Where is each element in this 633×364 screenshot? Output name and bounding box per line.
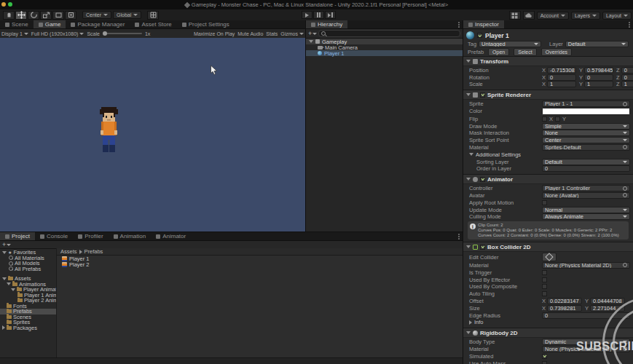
is-trigger-checkbox[interactable] xyxy=(542,270,547,275)
tab-inspector[interactable]: Inspector xyxy=(463,20,504,28)
scale-x-field[interactable]: 1 xyxy=(547,81,576,87)
object-picker-icon[interactable] xyxy=(623,193,627,197)
services-grid-icon[interactable] xyxy=(509,11,521,20)
tab-scene[interactable]: Scene xyxy=(0,20,34,28)
breadcrumb-assets[interactable]: Assets xyxy=(60,248,77,255)
rigidbody-material-field[interactable]: None (Physics Material 2D) xyxy=(542,346,630,352)
cloud-collab-icon[interactable] xyxy=(523,11,535,20)
sprite-sort-point-dropdown[interactable]: Center xyxy=(542,137,630,143)
hand-tool-icon[interactable] xyxy=(3,11,15,20)
foldout-icon[interactable] xyxy=(466,178,471,181)
simulated-checkbox[interactable] xyxy=(542,354,547,359)
move-tool-icon[interactable] xyxy=(15,11,27,20)
foldout-right-icon[interactable] xyxy=(469,320,472,325)
scale-slider-knob[interactable] xyxy=(103,31,107,36)
sorting-layer-dropdown[interactable]: Default xyxy=(542,159,630,165)
layer-dropdown[interactable]: Default xyxy=(565,41,629,47)
rotate-tool-icon[interactable] xyxy=(28,11,39,20)
hierarchy-item-player-1[interactable]: Player 1 xyxy=(306,50,463,56)
flip-x-checkbox[interactable] xyxy=(542,116,547,122)
rect-tool-icon[interactable] xyxy=(52,11,64,20)
asset-item-player-2[interactable]: Player 2 xyxy=(57,261,463,267)
resolution-dropdown[interactable]: Full HD (1920x1080) xyxy=(31,31,84,36)
size-x-field[interactable]: 0.7398281 xyxy=(547,305,582,312)
tab-project[interactable]: Project xyxy=(0,232,35,240)
material-object-field[interactable]: Sprites-Default xyxy=(542,144,630,151)
tab-console[interactable]: Console xyxy=(35,232,73,240)
additional-settings-foldout[interactable]: Additional Settings xyxy=(463,151,633,158)
scale-slider[interactable] xyxy=(103,33,142,34)
apply-root-motion-checkbox[interactable] xyxy=(542,200,547,205)
asset-item-player-1[interactable]: Player 1 xyxy=(57,256,463,261)
panel-menu-icon[interactable] xyxy=(458,236,460,237)
sprite-renderer-component-header[interactable]: Sprite Renderer xyxy=(463,90,633,100)
maximize-on-play-toggle[interactable]: Maximize On Play xyxy=(194,31,235,36)
tab-animation[interactable]: Animation xyxy=(109,232,152,240)
object-picker-icon[interactable] xyxy=(623,263,627,267)
foldout-icon[interactable] xyxy=(466,93,471,96)
scale-z-field[interactable]: 1 xyxy=(621,81,633,87)
rotation-z-field[interactable]: 0 xyxy=(621,74,633,81)
gizmos-dropdown[interactable]: Gizmos xyxy=(280,31,304,36)
gameobject-name[interactable]: Player 1 xyxy=(485,32,509,39)
pause-button[interactable] xyxy=(313,11,324,19)
scale-y-field[interactable]: 1 xyxy=(584,81,613,87)
component-enabled-checkbox[interactable] xyxy=(480,245,485,250)
edit-collider-button[interactable] xyxy=(542,253,557,261)
hierarchy-search-input[interactable] xyxy=(318,30,460,37)
used-by-effector-checkbox[interactable] xyxy=(542,277,547,282)
zoom-window-dot[interactable] xyxy=(8,2,12,7)
favorite-all-prefabs[interactable]: All Prefabs xyxy=(0,266,56,272)
component-enabled-checkbox[interactable] xyxy=(480,92,485,98)
account-button[interactable]: Account xyxy=(537,12,569,20)
tab-project-settings[interactable]: Project Settings xyxy=(177,20,235,28)
edge-radius-field[interactable]: 0 xyxy=(542,312,630,319)
prefab-overrides-button[interactable]: Overrides xyxy=(541,48,572,56)
breadcrumb-prefabs[interactable]: Prefabs xyxy=(84,248,103,255)
used-by-composite-checkbox[interactable] xyxy=(542,284,547,289)
culling-mode-dropdown[interactable]: Always Animate xyxy=(542,213,630,220)
box-collider-component-header[interactable]: Box Collider 2D xyxy=(463,242,633,252)
tab-asset-store[interactable]: Asset Store xyxy=(130,20,176,28)
body-type-dropdown[interactable]: Dynamic xyxy=(542,339,630,345)
tab-hierarchy[interactable]: Hierarchy xyxy=(306,20,347,28)
object-picker-icon[interactable] xyxy=(623,186,627,191)
orientation-toggle-button[interactable]: Global xyxy=(113,11,141,19)
controller-object-field[interactable]: Player 1 Controller xyxy=(542,185,630,191)
tab-game[interactable]: Game xyxy=(34,20,66,28)
layout-button[interactable]: Layout xyxy=(602,12,632,20)
foldout-icon[interactable] xyxy=(309,40,313,43)
sprite-object-field[interactable]: Player 1 - 1 xyxy=(542,100,630,107)
order-in-layer-field[interactable]: 0 xyxy=(542,165,630,172)
panel-menu-icon[interactable] xyxy=(629,24,630,25)
rotation-x-field[interactable]: 0 xyxy=(547,74,576,81)
collider-info-foldout[interactable]: Info xyxy=(463,319,633,325)
size-y-field[interactable]: 2.271044 xyxy=(590,305,625,312)
auto-tiling-checkbox[interactable] xyxy=(542,291,547,296)
offset-x-field[interactable]: 0.02283147 xyxy=(547,298,582,304)
prefab-select-button[interactable]: Select xyxy=(514,48,536,56)
step-button[interactable] xyxy=(325,11,336,19)
create-asset-button[interactable]: + xyxy=(2,241,11,248)
animator-component-header[interactable]: Animator xyxy=(463,174,633,184)
tab-animator[interactable]: Animator xyxy=(151,232,191,240)
transform-component-header[interactable]: Transform xyxy=(463,56,633,66)
mask-interaction-dropdown[interactable]: None xyxy=(542,130,630,136)
game-viewport[interactable] xyxy=(0,38,305,232)
transform-tool-icon[interactable] xyxy=(65,11,76,20)
create-menu-button[interactable]: + xyxy=(308,30,317,37)
collider-material-field[interactable]: None (Physics Material 2D) xyxy=(542,262,630,269)
object-picker-icon[interactable] xyxy=(623,347,627,351)
color-swatch[interactable] xyxy=(542,108,630,115)
panel-menu-icon[interactable] xyxy=(458,24,460,25)
tab-profiler[interactable]: Profiler xyxy=(73,232,108,240)
active-checkbox[interactable] xyxy=(477,33,482,38)
rigidbody-component-header[interactable]: Rigidbody 2D xyxy=(463,328,633,338)
mute-audio-toggle[interactable]: Mute Audio xyxy=(237,31,263,36)
grid-snap-icon[interactable] xyxy=(147,11,159,20)
pivot-toggle-button[interactable]: Center xyxy=(82,11,111,19)
foldout-icon[interactable] xyxy=(466,60,471,63)
rotation-y-field[interactable]: 0 xyxy=(584,74,613,81)
avatar-object-field[interactable]: None (Avatar) xyxy=(542,192,630,199)
object-picker-icon[interactable] xyxy=(623,145,627,149)
